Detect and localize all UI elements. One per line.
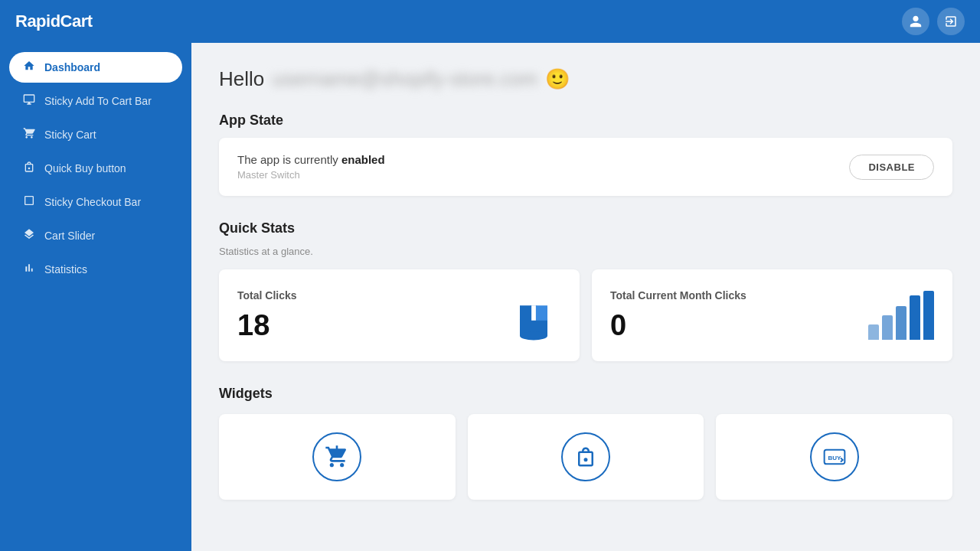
sidebar-item-sticky-add-to-cart-bar[interactable]: Sticky Add To Cart Bar <box>9 86 182 116</box>
total-clicks-value: 18 <box>237 309 297 342</box>
home-icon <box>21 60 37 75</box>
stats-grid: Total Clicks 18 Total C <box>219 269 952 361</box>
svg-rect-3 <box>531 305 536 322</box>
main-layout: Dashboard Sticky Add To Cart Bar Sticky … <box>0 43 980 551</box>
app-state-info: The app is currently enabled Master Swit… <box>237 153 385 181</box>
master-switch-label: Master Switch <box>237 169 385 181</box>
widget-cart-icon <box>312 432 361 481</box>
widgets-title: Widgets <box>219 386 952 402</box>
checkout-icon <box>21 194 37 210</box>
quick-stats-sub: Statistics at a glance. <box>219 246 952 257</box>
total-month-info: Total Current Month Clicks 0 <box>610 289 746 342</box>
svg-text:BUY: BUY <box>828 455 841 461</box>
app-state-title: App State <box>219 112 952 129</box>
bar-3 <box>896 306 906 340</box>
total-month-value: 0 <box>610 309 746 342</box>
hello-section: Hello username@shopify-store.com 🙂 <box>219 67 952 91</box>
user-profile-button[interactable] <box>902 8 929 35</box>
bar-4 <box>910 295 920 340</box>
app-state-description: The app is currently enabled <box>237 153 385 166</box>
bar-2 <box>882 315 893 340</box>
sidebar-item-dashboard[interactable]: Dashboard <box>9 52 182 83</box>
user-name-blurred: username@shopify-store.com <box>272 67 537 91</box>
layers-icon <box>21 228 37 243</box>
widget-sticky-cart <box>468 414 704 500</box>
widget-add-to-cart <box>219 414 456 500</box>
widget-bag-icon <box>561 432 610 481</box>
app-state-card: The app is currently enabled Master Swit… <box>219 138 952 196</box>
cart-icon <box>21 127 37 142</box>
widget-buy-icon: BUY <box>810 432 859 481</box>
main-content: Hello username@shopify-store.com 🙂 App S… <box>191 43 980 551</box>
total-month-card: Total Current Month Clicks 0 <box>592 269 952 361</box>
statistics-icon <box>21 262 37 277</box>
logo: RapidCart <box>15 11 93 31</box>
total-clicks-card: Total Clicks 18 <box>219 269 580 361</box>
total-clicks-info: Total Clicks 18 <box>237 289 297 342</box>
svg-rect-1 <box>520 305 533 322</box>
widgets-grid: BUY <box>219 414 952 500</box>
disable-button[interactable]: DISABLE <box>849 155 934 180</box>
bar-1 <box>868 324 879 340</box>
total-month-label: Total Current Month Clicks <box>610 289 746 302</box>
bag-icon <box>21 161 37 176</box>
hello-emoji: 🙂 <box>545 67 570 91</box>
mouse-icon <box>506 286 561 344</box>
total-clicks-label: Total Clicks <box>237 289 297 302</box>
monitor-icon <box>21 93 37 109</box>
sidebar-item-sticky-cart[interactable]: Sticky Cart <box>9 119 182 150</box>
svg-point-5 <box>520 331 547 341</box>
sidebar: Dashboard Sticky Add To Cart Bar Sticky … <box>0 43 191 551</box>
quick-stats-title: Quick Stats <box>219 220 952 236</box>
sidebar-item-cart-slider[interactable]: Cart Slider <box>9 220 182 251</box>
logout-button[interactable] <box>937 8 965 35</box>
header-actions <box>902 8 965 35</box>
bar-5 <box>923 291 934 340</box>
sidebar-item-sticky-checkout-bar[interactable]: Sticky Checkout Bar <box>9 187 182 217</box>
sidebar-item-quick-buy-button[interactable]: Quick Buy button <box>9 153 182 184</box>
sidebar-item-statistics[interactable]: Statistics <box>9 254 182 285</box>
app-status-bold: enabled <box>341 153 385 166</box>
bar-chart-icon <box>868 291 934 340</box>
widget-quick-buy: BUY <box>716 414 952 500</box>
hello-label: Hello <box>219 67 264 91</box>
header: RapidCart <box>0 0 980 43</box>
